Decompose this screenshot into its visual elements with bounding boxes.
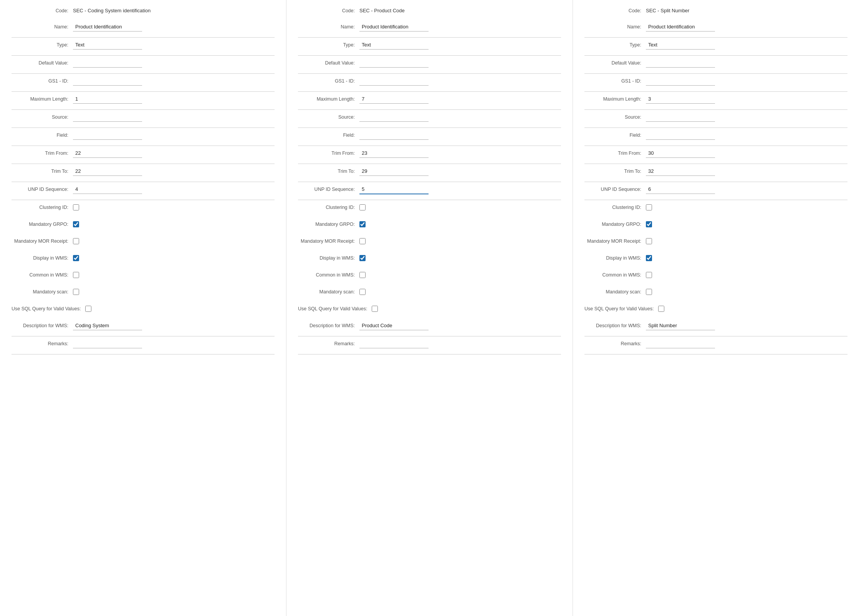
label-desc-wms-field: Description for WMS: (12, 323, 73, 328)
label-mandatory-mor-check: Mandatory MOR Receipt: (12, 238, 73, 244)
trim-to-field[interactable] (359, 167, 429, 176)
unp-id-seq-field[interactable] (73, 185, 142, 194)
label-mandatory-grpo-check: Mandatory GRPO: (584, 222, 646, 227)
mandatory-scan-check[interactable] (73, 289, 79, 295)
remarks-field[interactable] (646, 339, 715, 348)
form-row-mandatory-grpo-check: Mandatory GRPO: (584, 218, 847, 231)
display-wms-check[interactable] (73, 255, 79, 261)
form-row-mandatory-scan-check: Mandatory scan: (298, 285, 561, 298)
label-name-field: Name: (12, 24, 73, 30)
remarks-field[interactable] (359, 339, 429, 348)
display-wms-check[interactable] (359, 255, 366, 261)
field-divider (584, 200, 847, 200)
form-row-desc-wms-field: Description for WMS: (298, 319, 561, 332)
form-row-unp-id-seq-field: UNP ID Sequence: (298, 183, 561, 196)
label-sql-query-check: Use SQL Query for Valid Values: (298, 306, 372, 311)
unp-id-seq-field[interactable] (646, 185, 715, 194)
label-gs1-id-field: GS1 - ID: (584, 78, 646, 84)
form-row-sql-query-check: Use SQL Query for Valid Values: (584, 302, 847, 315)
mandatory-scan-check[interactable] (646, 289, 652, 295)
sql-query-check[interactable] (372, 306, 378, 312)
field-divider (12, 336, 275, 336)
label-remarks-field: Remarks: (298, 341, 359, 346)
field-divider (12, 37, 275, 38)
source-field[interactable] (646, 113, 715, 122)
label-clustering-id-check: Clustering ID: (298, 205, 359, 210)
default-value-field[interactable] (646, 58, 715, 68)
clustering-id-check[interactable] (359, 204, 366, 210)
field-divider (12, 91, 275, 92)
mandatory-mor-check[interactable] (73, 238, 79, 244)
trim-from-field[interactable] (73, 149, 142, 158)
common-wms-check[interactable] (359, 272, 366, 278)
form-row-display-wms-check: Display in WMS: (12, 252, 275, 265)
clustering-id-check[interactable] (646, 204, 652, 210)
sql-query-check[interactable] (658, 306, 664, 312)
field-divider (12, 182, 275, 182)
label-trim-from-field: Trim From: (12, 151, 73, 156)
form-row-field-field: Field: (584, 129, 847, 142)
max-length-field[interactable] (646, 94, 715, 104)
common-wms-check[interactable] (646, 272, 652, 278)
field-field[interactable] (359, 131, 429, 140)
field-divider (298, 146, 561, 146)
gs1-id-field[interactable] (359, 76, 429, 86)
name-field[interactable] (646, 22, 715, 31)
label-trim-to-field: Trim To: (12, 169, 73, 174)
default-value-field[interactable] (73, 58, 142, 68)
trim-to-field[interactable] (73, 167, 142, 176)
label-gs1-id-field: GS1 - ID: (12, 78, 73, 84)
label-sql-query-check: Use SQL Query for Valid Values: (12, 306, 85, 311)
form-row-desc-wms-field: Description for WMS: (12, 319, 275, 332)
label-default-value-field: Default Value: (298, 60, 359, 66)
mandatory-grpo-check[interactable] (73, 221, 79, 227)
form-row-trim-from-field: Trim From: (584, 147, 847, 160)
form-row-clustering-id-check: Clustering ID: (584, 201, 847, 214)
clustering-id-check[interactable] (73, 204, 79, 210)
form-row-trim-from-field: Trim From: (12, 147, 275, 160)
field-field[interactable] (646, 131, 715, 140)
type-field[interactable] (73, 40, 142, 50)
form-row-max-length-field: Maximum Length: (12, 93, 275, 106)
trim-from-field[interactable] (359, 149, 429, 158)
form-row-remarks-field: Remarks: (584, 337, 847, 350)
mandatory-grpo-check[interactable] (646, 221, 652, 227)
mandatory-mor-check[interactable] (646, 238, 652, 244)
sql-query-check[interactable] (85, 306, 91, 312)
desc-wms-field[interactable] (73, 321, 142, 330)
field-field[interactable] (73, 131, 142, 140)
default-value-field[interactable] (359, 58, 429, 68)
name-field[interactable] (73, 22, 142, 31)
type-field[interactable] (359, 40, 429, 50)
field-divider (12, 55, 275, 56)
desc-wms-field[interactable] (646, 321, 715, 330)
common-wms-check[interactable] (73, 272, 79, 278)
trim-to-field[interactable] (646, 167, 715, 176)
field-divider (12, 73, 275, 74)
mandatory-mor-check[interactable] (359, 238, 366, 244)
name-field[interactable] (359, 22, 429, 31)
form-row-trim-from-field: Trim From: (298, 147, 561, 160)
unp-id-seq-field[interactable] (359, 185, 429, 194)
field-divider (12, 109, 275, 110)
type-field[interactable] (646, 40, 715, 50)
form-row-gs1-id-field: GS1 - ID: (584, 75, 847, 88)
source-field[interactable] (359, 113, 429, 122)
gs1-id-field[interactable] (646, 76, 715, 86)
column-2: Code:SEC - Product CodeName:Type:Default… (286, 0, 573, 616)
page-wrapper: Code:SEC - Coding System identificationN… (0, 0, 859, 616)
desc-wms-field[interactable] (359, 321, 429, 330)
label-field-field: Field: (298, 132, 359, 138)
max-length-field[interactable] (359, 94, 429, 104)
gs1-id-field[interactable] (73, 76, 142, 86)
display-wms-check[interactable] (646, 255, 652, 261)
trim-from-field[interactable] (646, 149, 715, 158)
max-length-field[interactable] (73, 94, 142, 104)
label-max-length-field: Maximum Length: (12, 96, 73, 102)
mandatory-scan-check[interactable] (359, 289, 366, 295)
field-divider (584, 164, 847, 164)
remarks-field[interactable] (73, 339, 142, 348)
form-row-remarks-field: Remarks: (12, 337, 275, 350)
source-field[interactable] (73, 113, 142, 122)
mandatory-grpo-check[interactable] (359, 221, 366, 227)
